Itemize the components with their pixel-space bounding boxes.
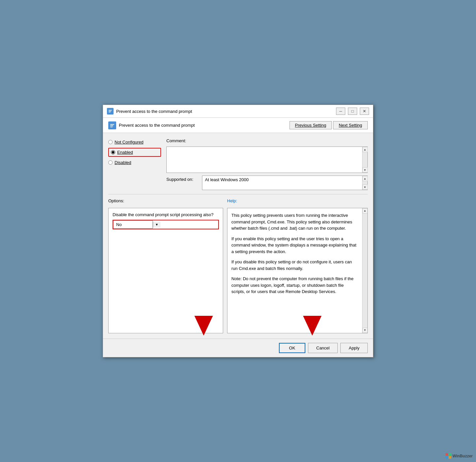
dropdown-wrapper: No Yes ▼ <box>113 220 219 229</box>
help-paragraph-2: If you enable this policy setting and th… <box>231 236 358 255</box>
not-configured-option[interactable]: Not Configured <box>108 140 161 145</box>
winbuzzer-logo: WinBuzzer <box>446 453 473 459</box>
comment-scrollbar[interactable]: ▲ ▼ <box>362 147 367 173</box>
previous-setting-button[interactable]: Previous Setting <box>289 121 332 129</box>
help-paragraph-1: This policy setting prevents users from … <box>231 212 358 232</box>
supported-scrollbar[interactable]: ▲ ▼ <box>362 176 367 190</box>
dropdown-chevron-icon[interactable]: ▼ <box>153 221 160 228</box>
supported-scroll-track[interactable] <box>362 181 367 184</box>
disabled-radio[interactable] <box>108 160 113 165</box>
cancel-button[interactable]: Cancel <box>308 343 338 353</box>
logo-block-green <box>449 453 451 456</box>
logo-block-red <box>446 453 448 456</box>
comment-textarea[interactable] <box>167 147 362 173</box>
supported-on-value: At least Windows 2000 <box>205 177 365 182</box>
navigation-buttons: Previous Setting Next Setting <box>289 121 368 129</box>
header-left: Prevent access to the command prompt <box>108 121 195 129</box>
close-button[interactable]: ✕ <box>360 108 369 115</box>
dialog-title: Prevent access to the command prompt <box>116 109 333 114</box>
options-question: Disable the command prompt script proces… <box>113 212 219 217</box>
enabled-radio[interactable] <box>111 150 115 154</box>
help-panel: Help: This policy setting prevents users… <box>227 198 368 333</box>
not-configured-radio[interactable] <box>108 140 113 144</box>
logo-block-blue <box>446 456 448 459</box>
svg-rect-6 <box>110 125 113 126</box>
comment-scroll-track[interactable] <box>362 152 367 167</box>
configuration-radio-group: Not Configured Enabled Disabled <box>108 138 161 190</box>
help-scroll-down[interactable]: ▼ <box>362 328 368 333</box>
next-setting-button[interactable]: Next Setting <box>333 121 368 129</box>
comment-label: Comment: <box>166 138 368 143</box>
options-label: Options: <box>108 198 223 203</box>
disabled-label: Disabled <box>115 160 131 165</box>
svg-rect-1 <box>109 110 112 111</box>
disabled-option[interactable]: Disabled <box>108 160 161 165</box>
dialog-icon <box>107 108 114 115</box>
top-section: Not Configured Enabled Disabled Comment: <box>108 138 368 190</box>
script-processing-dropdown[interactable]: No Yes <box>113 220 153 229</box>
svg-rect-5 <box>110 124 114 125</box>
comment-textarea-wrapper: ▲ ▼ <box>166 147 368 173</box>
main-dialog: Prevent access to the command prompt ─ □… <box>103 105 373 357</box>
svg-rect-2 <box>109 111 111 112</box>
enabled-option[interactable]: Enabled <box>108 148 161 157</box>
comment-section: Comment: ▲ ▼ Supported on: At least Wind… <box>166 138 368 190</box>
comment-scroll-up[interactable]: ▲ <box>362 147 368 152</box>
help-paragraph-3: If you disable this policy setting or do… <box>231 259 358 272</box>
winbuzzer-text: WinBuzzer <box>453 454 473 458</box>
supported-scroll-up[interactable]: ▲ <box>362 176 368 181</box>
supported-section: Supported on: At least Windows 2000 ▲ ▼ <box>166 176 368 190</box>
supported-wrapper: At least Windows 2000 ▲ ▼ <box>202 176 368 190</box>
dialog-header: Prevent access to the command prompt Pre… <box>103 118 373 133</box>
header-icon <box>108 121 116 129</box>
help-scroll-up[interactable]: ▲ <box>362 208 368 214</box>
window-controls: ─ □ ✕ <box>336 108 369 115</box>
svg-rect-3 <box>109 112 111 113</box>
title-bar: Prevent access to the command prompt ─ □… <box>103 105 373 118</box>
help-paragraph-4: Note: Do not prevent the computer from r… <box>231 276 358 295</box>
minimize-button[interactable]: ─ <box>336 108 345 115</box>
supported-scroll-down[interactable]: ▼ <box>362 184 368 190</box>
svg-rect-7 <box>110 127 113 127</box>
header-title: Prevent access to the command prompt <box>119 123 195 128</box>
supported-on-box: At least Windows 2000 ▲ ▼ <box>202 176 368 190</box>
not-configured-label: Not Configured <box>115 140 143 145</box>
content-area: Not Configured Enabled Disabled Comment: <box>103 133 373 339</box>
help-scrollbar[interactable]: ▲ ▼ <box>362 208 367 333</box>
logo-grid <box>446 453 451 459</box>
options-box: Disable the command prompt script proces… <box>108 208 223 333</box>
ok-button[interactable]: OK <box>279 343 305 353</box>
apply-button[interactable]: Apply <box>340 343 368 353</box>
help-box: This policy setting prevents users from … <box>227 208 368 333</box>
action-buttons-section: OK Cancel Apply <box>103 339 373 357</box>
maximize-button[interactable]: □ <box>348 108 357 115</box>
help-label: Help: <box>227 198 368 203</box>
supported-on-label: Supported on: <box>166 176 199 182</box>
options-panel: Options: Disable the command prompt scri… <box>108 198 227 333</box>
logo-block-yellow <box>449 456 451 459</box>
main-panels: Options: Disable the command prompt scri… <box>108 194 368 333</box>
comment-scroll-down[interactable]: ▼ <box>362 167 368 173</box>
enabled-label: Enabled <box>117 150 133 155</box>
help-scroll-track[interactable] <box>362 214 367 328</box>
